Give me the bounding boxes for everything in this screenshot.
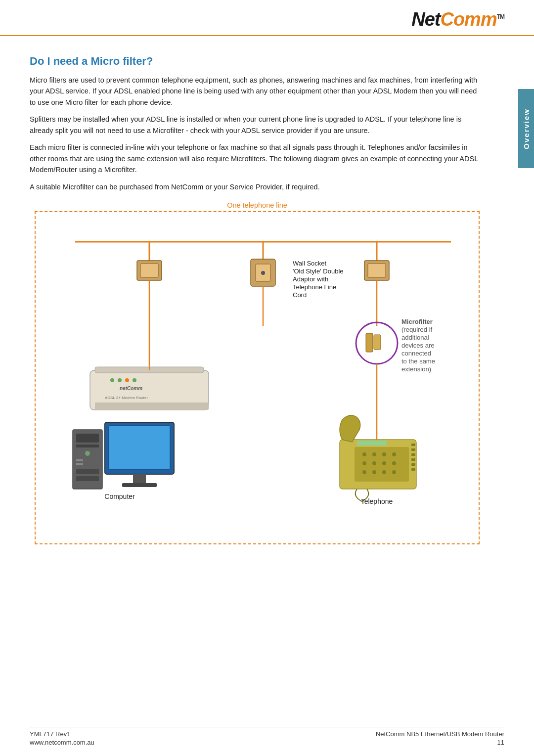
svg-point-36 [125,378,129,382]
svg-point-66 [392,470,396,474]
logo-comm: Comm [440,9,496,30]
svg-point-64 [372,470,376,474]
svg-rect-41 [109,426,170,469]
svg-text:(required if: (required if [401,326,433,333]
svg-rect-14 [140,264,158,277]
svg-text:Computer: Computer [104,492,135,500]
svg-text:netComm: netComm [120,386,142,391]
svg-point-60 [372,461,376,465]
footer-product: NetComm NB5 Ethernet/USB Modem Router [376,730,504,738]
footer-model: YML717 Rev1 [30,730,94,738]
svg-rect-49 [76,463,83,465]
svg-point-56 [372,452,376,456]
svg-point-57 [382,452,386,456]
svg-point-35 [118,378,122,382]
svg-point-47 [85,451,90,456]
svg-rect-69 [411,448,415,451]
svg-point-63 [362,470,366,474]
svg-rect-43 [122,483,157,487]
diagram-title: One telephone line [30,201,485,209]
dashed-box: Wall Socket 'Old Style' Double Adaptor w… [35,211,480,544]
svg-rect-54 [355,447,409,482]
svg-rect-68 [411,444,415,446]
paragraph-1: Micro filters are used to prevent common… [30,75,485,108]
side-tab-label: Overview [522,108,531,149]
svg-rect-48 [76,459,83,461]
svg-point-59 [362,461,366,465]
svg-rect-50 [76,469,99,474]
svg-rect-46 [76,445,99,447]
svg-text:Wall Socket: Wall Socket [293,260,327,267]
svg-text:extension): extension) [401,365,431,373]
paragraph-2: Splitters may be installed when your ADS… [30,114,485,136]
svg-text:Adaptor with: Adaptor with [293,275,328,283]
svg-text:connected: connected [401,350,431,357]
svg-point-61 [382,461,386,465]
svg-text:Microfilter: Microfilter [401,318,433,325]
svg-point-62 [392,461,396,465]
svg-rect-45 [76,434,99,443]
svg-rect-16 [368,264,386,277]
svg-rect-20 [366,333,373,352]
svg-text:additional: additional [401,334,429,341]
svg-point-65 [382,470,386,474]
paragraph-4: A suitable Microfilter can be purchased … [30,181,485,192]
svg-point-55 [362,452,366,456]
svg-text:Cord: Cord [293,291,307,299]
svg-point-58 [392,452,396,456]
svg-text:Telephone Line: Telephone Line [293,283,336,291]
logo: NetCommTM [411,9,504,30]
footer-right: NetComm NB5 Ethernet/USB Modem Router 11 [376,730,504,746]
main-content: Do I need a Micro filter? Micro filters … [0,36,534,583]
svg-point-37 [133,378,136,382]
paragraph-3: Each micro filter is connected in-line w… [30,142,485,175]
diagram-container: One telephone line Wall Socket 'Old Styl… [30,201,485,544]
footer-left: YML717 Rev1 www.netcomm.com.au [30,730,94,746]
logo-tm: TM [497,13,504,20]
svg-point-34 [110,378,114,382]
svg-text:Telephone: Telephone [361,497,393,505]
svg-rect-21 [374,335,381,350]
svg-text:devices are: devices are [401,342,434,349]
side-tab: Overview [518,89,534,168]
svg-text:'Old Style'  Double: 'Old Style' Double [293,267,344,275]
footer: YML717 Rev1 www.netcomm.com.au NetComm N… [30,727,504,746]
logo-net: Net [411,9,440,30]
header: NetCommTM [0,0,534,36]
diagram-svg: Wall Socket 'Old Style' Double Adaptor w… [45,227,481,534]
svg-rect-42 [133,474,146,484]
logo-text: NetCommTM [411,9,504,30]
svg-rect-51 [76,476,99,481]
svg-rect-72 [411,463,415,466]
svg-rect-71 [411,458,415,461]
svg-point-6 [261,271,265,275]
svg-text:to the same: to the same [401,357,435,365]
svg-rect-70 [411,453,415,456]
footer-url: www.netcomm.com.au [30,739,94,746]
svg-rect-73 [411,468,415,471]
svg-rect-38 [95,402,209,410]
svg-text:ADSL 2+ Modem Router: ADSL 2+ Modem Router [105,396,148,400]
footer-page: 11 [497,739,504,746]
page-title: Do I need a Micro filter? [30,55,485,68]
svg-rect-67 [357,441,387,445]
